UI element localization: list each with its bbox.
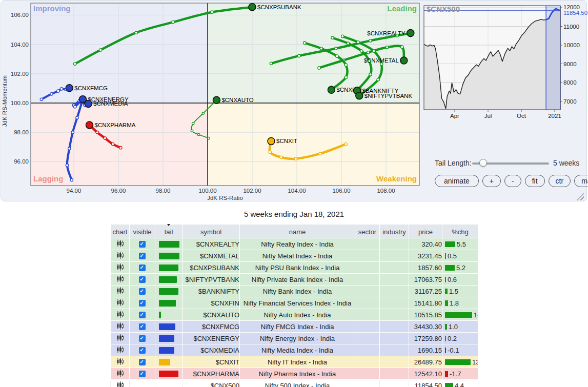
- chart-link-cell[interactable]: [111, 250, 130, 262]
- button-ctr[interactable]: ctr: [549, 175, 571, 187]
- visible-cell: [130, 368, 155, 380]
- trail-end-$CNXPHARMA[interactable]: [86, 121, 93, 129]
- column-header-sector[interactable]: sector: [355, 225, 380, 238]
- button-fit[interactable]: fit: [525, 175, 545, 187]
- visible-checkbox-checked[interactable]: [139, 288, 146, 295]
- industry-cell: [380, 297, 409, 309]
- column-header-name[interactable]: name: [240, 225, 355, 238]
- trail-end-$CNXPSUBANK[interactable]: [249, 4, 256, 11]
- button-[interactable]: -: [504, 175, 521, 187]
- slider-handle[interactable]: [479, 159, 487, 167]
- positive-change-bar: [445, 336, 446, 341]
- symbol-cell: $CNXPHARMA: [183, 368, 240, 380]
- sector-cell: [355, 368, 380, 380]
- chart-link-cell[interactable]: [111, 274, 130, 286]
- price-x-tick: Oct: [517, 113, 526, 119]
- visible-checkbox-checked[interactable]: [139, 359, 146, 365]
- chart-link-cell[interactable]: [111, 238, 130, 250]
- candlestick-chart-icon: [116, 275, 124, 283]
- name-cell: Nifty Private Bank Index - India: [240, 274, 355, 286]
- column-header-tail[interactable]: tail: [155, 225, 183, 238]
- button-animate[interactable]: animate: [435, 175, 479, 187]
- sector-cell: [355, 250, 380, 262]
- trail-marker: [318, 67, 320, 69]
- trail-end-$NIFTYPVTBANK[interactable]: [356, 92, 363, 99]
- trail-marker: [70, 178, 73, 181]
- visible-checkbox-checked[interactable]: [139, 323, 146, 330]
- column-header-chart[interactable]: chart: [111, 225, 130, 238]
- tail-color-swatch: [159, 253, 179, 259]
- tail-cell: [155, 274, 183, 286]
- button-toolbar: animate+-fitctrmax: [435, 175, 588, 187]
- sector-cell: [355, 274, 380, 286]
- pct-change-value: 0.2: [448, 335, 457, 342]
- chart-link-cell[interactable]: [111, 380, 130, 387]
- visible-checkbox-checked[interactable]: [139, 253, 146, 259]
- name-cell: Nifty Realty Index - India: [240, 238, 355, 250]
- industry-cell: [380, 321, 409, 333]
- chart-panel: ImprovingLeadingLaggingWeakening94.0096.…: [1, 0, 587, 201]
- button-[interactable]: +: [482, 175, 501, 187]
- visible-checkbox-checked[interactable]: [139, 371, 146, 377]
- x-tick-label: 94.00: [67, 188, 82, 194]
- candlestick-chart-icon: [116, 287, 124, 295]
- trail-marker: [60, 88, 63, 90]
- chart-link-cell[interactable]: [111, 297, 130, 309]
- tail-cell: [155, 321, 183, 333]
- positive-change-bar: [445, 265, 455, 271]
- chart-link-cell[interactable]: [111, 321, 130, 333]
- visible-checkbox-checked[interactable]: [139, 276, 146, 283]
- visible-checkbox-checked[interactable]: [139, 241, 146, 248]
- trail-marker: [347, 42, 349, 45]
- x-tick-label: 108.00: [377, 188, 395, 194]
- trail-end-$CNXFIN[interactable]: [328, 86, 335, 93]
- last-price-label: 11854.50: [563, 10, 587, 16]
- price-cell: 10515.85: [409, 309, 442, 321]
- column-header-visible[interactable]: visible: [130, 225, 155, 238]
- trail-marker: [119, 147, 122, 149]
- resize-handle[interactable]: [575, 193, 584, 200]
- trail-marker: [320, 47, 322, 50]
- column-header-label: industry: [380, 227, 408, 236]
- chart-link-cell[interactable]: [111, 309, 130, 321]
- chart-link-cell[interactable]: [111, 368, 130, 380]
- table-row-CNXFIN: $CNXFINNifty Financial Services Index - …: [111, 297, 478, 309]
- chart-link-cell[interactable]: [111, 344, 130, 356]
- rrg-chart[interactable]: ImprovingLeadingLaggingWeakening94.0096.…: [1, 1, 421, 203]
- chart-link-cell[interactable]: [111, 356, 130, 368]
- price-chart: 12000110001000090008000700011854.50AprJu…: [421, 2, 588, 124]
- column-header-chg[interactable]: %chg: [442, 225, 478, 238]
- column-header-symbol[interactable]: symbol: [183, 225, 240, 238]
- button-max[interactable]: max: [574, 175, 588, 187]
- chart-link-cell[interactable]: [111, 262, 130, 274]
- price-cell: 320.40: [409, 238, 442, 250]
- trail-end-$CNXMEDIA[interactable]: [85, 100, 92, 107]
- trail-end-$CNXFMCG[interactable]: [66, 85, 73, 92]
- trail-end-$CNXMETAL[interactable]: [400, 57, 408, 64]
- name-cell: Nifty 500 Index - India: [240, 380, 355, 387]
- visible-cell: [130, 321, 155, 333]
- visible-checkbox-checked[interactable]: [139, 312, 146, 318]
- visible-checkbox-checked[interactable]: [139, 335, 146, 342]
- visible-checkbox-checked[interactable]: [139, 264, 146, 271]
- visible-checkbox-checked[interactable]: [139, 300, 146, 307]
- column-header-price[interactable]: price: [409, 225, 442, 238]
- trail-marker: [74, 63, 76, 65]
- tail-color-swatch: [159, 288, 178, 295]
- trail-marker: [57, 90, 59, 92]
- tail-cell: [155, 344, 183, 356]
- price-x-tick: Apr: [450, 113, 459, 119]
- tail-cell: [155, 309, 183, 321]
- tail-length-value: 5 weeks: [553, 159, 579, 167]
- trail-end-$CNXAUTO[interactable]: [213, 96, 220, 104]
- tail-length-slider[interactable]: [472, 158, 549, 168]
- chart-link-cell[interactable]: [111, 286, 130, 297]
- chart-link-cell[interactable]: [111, 333, 130, 344]
- pct-change-value: 4.4: [455, 382, 464, 387]
- pct-change-value: 1.5: [449, 288, 458, 295]
- tail-length-label: Tail Length:: [435, 159, 472, 167]
- column-header-industry[interactable]: industry: [380, 225, 409, 238]
- trail-end-$CNXREALTY[interactable]: [407, 30, 414, 37]
- visible-checkbox-checked[interactable]: [139, 347, 146, 354]
- trail-end-$CNXIT[interactable]: [268, 137, 275, 145]
